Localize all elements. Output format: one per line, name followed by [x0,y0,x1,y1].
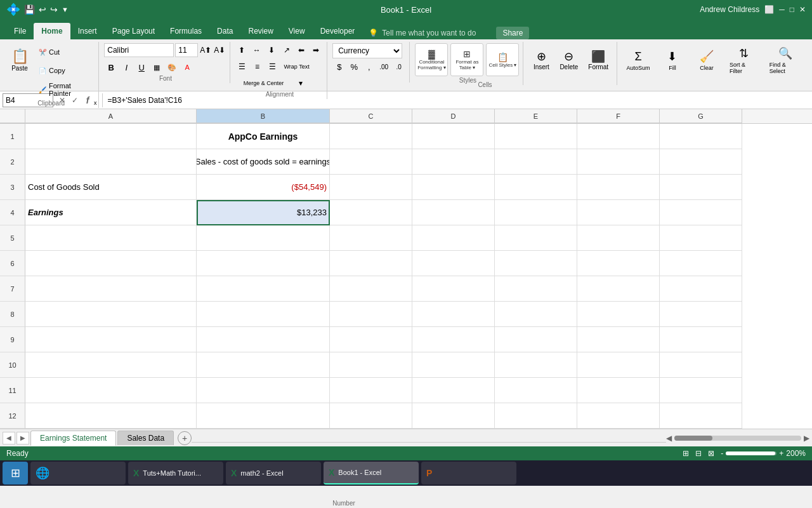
cell-c2[interactable] [330,149,412,175]
cell-g10[interactable] [660,352,742,378]
taskbar-tuts[interactable]: X Tuts+Math Tutori... [128,462,223,485]
cell-c12[interactable] [330,403,412,429]
cell-b9[interactable] [197,327,330,352]
cell-b8[interactable] [197,302,330,327]
cell-e2[interactable] [495,149,577,175]
cell-f8[interactable] [577,302,660,327]
italic-btn[interactable]: I [119,60,133,74]
col-header-e[interactable]: E [495,109,577,123]
cell-d5[interactable] [412,225,495,251]
number-format-dropdown[interactable]: Currency [332,43,402,58]
cell-f10[interactable] [577,352,660,378]
scroll-tabs-left-btn[interactable]: ◀ [3,432,15,444]
cell-b10[interactable] [197,352,330,378]
cell-c10[interactable] [330,352,412,378]
font-color-btn[interactable]: A [180,60,194,74]
cell-a3[interactable]: Cost of Goods Sold [25,175,197,200]
formula-input[interactable] [105,96,810,105]
cell-d6[interactable] [412,251,495,276]
zoom-thumb[interactable] [726,451,775,455]
quick-access-save[interactable]: 💾 [24,4,35,15]
increase-decimal-btn[interactable]: .0 [392,60,405,74]
cell-a6[interactable] [25,251,197,276]
normal-view-btn[interactable]: ⊞ [683,449,689,458]
cell-c8[interactable] [330,302,412,327]
col-header-c[interactable]: C [330,109,412,123]
cell-e7[interactable] [495,276,577,302]
fill-color-btn[interactable]: 🎨 [165,60,179,74]
cell-e1[interactable] [495,124,577,149]
autosum-btn[interactable]: Σ AutoSum [622,43,654,77]
cell-e5[interactable] [495,225,577,251]
tab-file[interactable]: File [6,23,34,39]
underline-btn[interactable]: U [134,60,148,74]
horizontal-scrollbar[interactable] [674,436,801,441]
cell-a2[interactable] [25,149,197,175]
row-num-11[interactable]: 11 [0,378,25,403]
cell-g2[interactable] [660,149,742,175]
conditional-formatting-btn[interactable]: ▓ Conditional Formatting ▾ [415,43,448,76]
cut-button[interactable]: ✂️ Cut [36,43,96,61]
format-as-table-btn[interactable]: ⊞ Format as Table ▾ [450,43,483,76]
fill-btn[interactable]: ⬇ Fill [657,43,688,77]
undo-btn[interactable]: ↩ [39,4,46,15]
cell-b1[interactable]: AppCo Earnings [197,124,330,149]
cell-e10[interactable] [495,352,577,378]
page-break-view-btn[interactable]: ⊠ [708,449,714,458]
comma-btn[interactable]: , [362,60,376,74]
col-header-d[interactable]: D [412,109,495,123]
cell-f11[interactable] [577,378,660,403]
cell-g8[interactable] [660,302,742,327]
tab-review[interactable]: Review [240,23,280,39]
indent-less-btn[interactable]: ⬅ [294,43,308,57]
taskbar-book1[interactable]: X Book1 - Excel [324,462,419,485]
row-num-7[interactable]: 7 [0,276,25,302]
cell-c5[interactable] [330,225,412,251]
start-button[interactable]: ⊞ [3,462,28,485]
tab-developer[interactable]: Developer [313,23,363,39]
bold-btn[interactable]: B [104,60,118,74]
scroll-tabs-right-btn[interactable]: ▶ [16,432,29,444]
cell-c7[interactable] [330,276,412,302]
cell-g9[interactable] [660,327,742,352]
cell-d8[interactable] [412,302,495,327]
align-center-btn[interactable]: ≡ [251,60,265,74]
col-header-a[interactable]: A [25,109,197,123]
taskbar-math2[interactable]: X math2 - Excel [226,462,321,485]
horizontal-scroll-thumb[interactable] [674,436,712,441]
zoom-in-btn[interactable]: + [779,449,783,458]
tell-me-input[interactable]: Tell me what you want to do [382,29,476,37]
taskbar-powerpoint[interactable]: P [421,462,516,485]
cell-a10[interactable] [25,352,197,378]
cell-f6[interactable] [577,251,660,276]
close-btn[interactable]: ✕ [799,5,806,14]
copy-button[interactable]: 📄 Copy [36,62,96,79]
font-size-up-btn[interactable]: A⬆ [199,43,212,57]
find-select-btn[interactable]: 🔍 Find & Select [765,43,806,77]
clear-btn[interactable]: 🧹 Clear [691,43,723,77]
format-cells-btn[interactable]: ⬛ Format [584,43,613,76]
cell-b5[interactable] [197,225,330,251]
scroll-right-btn[interactable]: ▶ [804,434,809,443]
taskbar-browser[interactable]: 🌐 [30,462,126,485]
scroll-left-btn[interactable]: ◀ [666,434,672,443]
tab-home[interactable]: Home [34,23,70,39]
cell-f1[interactable] [577,124,660,149]
row-num-3[interactable]: 3 [0,175,25,200]
merge-dropdown-btn[interactable]: ▾ [294,76,308,90]
cell-a4[interactable]: Earnings [25,200,197,225]
share-btn[interactable]: Share [496,27,529,39]
cell-d9[interactable] [412,327,495,352]
delete-cells-btn[interactable]: ⊖ Delete [555,43,582,76]
align-right-btn[interactable]: ☰ [266,60,280,74]
cell-g4[interactable] [660,200,742,225]
align-left-btn[interactable]: ☰ [235,60,249,74]
cell-a8[interactable] [25,302,197,327]
cell-f5[interactable] [577,225,660,251]
cell-d12[interactable] [412,403,495,429]
format-painter-button[interactable]: 🖌️ Format Painter [36,80,96,99]
cell-d4[interactable] [412,200,495,225]
row-num-1[interactable]: 1 [0,124,25,149]
cell-e6[interactable] [495,251,577,276]
paste-button[interactable]: 📋 Paste [5,43,34,76]
